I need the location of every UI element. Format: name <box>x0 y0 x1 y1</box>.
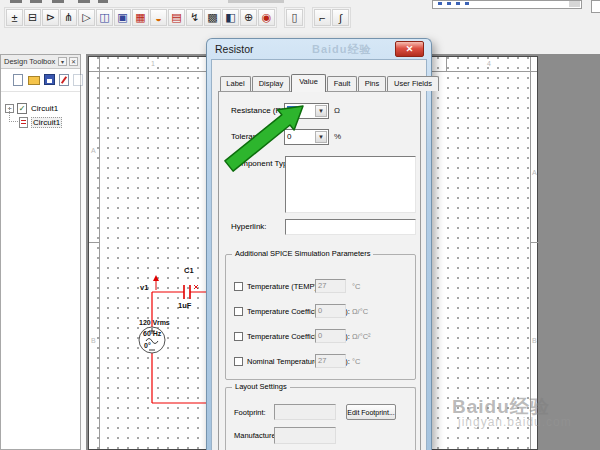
panel-close-button[interactable]: ✕ <box>69 57 78 66</box>
spice-parameters-group: Additional SPICE Simulation Parameters T… <box>225 254 416 380</box>
temperature-unit: °C <box>352 282 360 291</box>
component-type-input[interactable] <box>285 156 416 213</box>
temperature-checkbox[interactable] <box>234 282 243 291</box>
dialog-title: Resistor <box>215 43 254 55</box>
ni-component-icon[interactable]: ▯ <box>286 9 303 26</box>
tab-user-fields[interactable]: User Fields <box>387 76 439 91</box>
open-file-icon[interactable] <box>28 76 40 85</box>
tolerance-unit: % <box>334 132 341 141</box>
tnom-unit: °C <box>352 357 360 366</box>
tree-root-label: Circuit1 <box>31 104 58 113</box>
resistance-combo[interactable]: 1k ▼ <box>284 103 329 119</box>
design-toolbox-panel: Design Toolbox ▾ ✕ − ✓ Circuit1 Circuit1 <box>0 54 81 450</box>
resistance-value: 1k <box>287 106 297 115</box>
zone-label: A <box>532 169 537 176</box>
resistor-dialog: Resistor Baidu经验 ✕ Label Display Value F… <box>206 38 432 450</box>
tab-pins[interactable]: Pins <box>358 76 386 91</box>
hyperlink-label: Hyperlink: <box>231 222 267 231</box>
mixed-icon[interactable]: ◒ <box>150 9 167 26</box>
sheet-check-icon: ✓ <box>17 103 27 114</box>
tolerance-combo[interactable]: 0 ▼ <box>284 129 329 145</box>
chevron-down-icon[interactable]: ▼ <box>315 131 327 143</box>
tc2-checkbox[interactable] <box>234 332 243 341</box>
design-toolbox-titlebar[interactable]: Design Toolbox ▾ ✕ <box>1 55 80 69</box>
zone-label: B <box>91 337 96 344</box>
value-tab-panel: Resistance (R): 1k ▼ Ω Tolerance: 0 ▼ % … <box>218 91 421 450</box>
zone-label: 4 <box>487 60 491 67</box>
tnom-checkbox[interactable] <box>234 357 243 366</box>
component-toolbar-group-ni: ▯ <box>284 7 305 28</box>
layout-group-title: Layout Settings <box>232 382 290 391</box>
tree-item-child[interactable]: Circuit1 <box>1 116 81 129</box>
zone-label: 1 <box>151 60 155 67</box>
schematic-file-icon <box>19 117 28 128</box>
transistor-icon[interactable]: ⋔ <box>60 9 77 26</box>
tc2-unit: Ω/°C² <box>352 332 371 341</box>
tab-display[interactable]: Display <box>252 76 290 91</box>
electromechanical-icon[interactable]: ◉ <box>258 9 275 26</box>
save-icon[interactable] <box>44 74 55 85</box>
tab-fault[interactable]: Fault <box>327 76 357 91</box>
diode-icon[interactable]: ⊳ <box>42 9 59 26</box>
indicator-icon[interactable]: ▤ <box>168 9 185 26</box>
close-file-icon[interactable] <box>59 74 69 86</box>
zone-label: A <box>91 147 96 154</box>
component-toolbar: ± ⊟ ⊳ ⋔ ▷ ◫ ▣ ▦ ◒ ▤ ↯ ▩ ◧ ⊕ ◉ ▯ ⌐ ∫ <box>4 7 351 28</box>
multisim-window: ± ⊟ ⊳ ⋔ ▷ ◫ ▣ ▦ ◒ ▤ ↯ ▩ ◧ ⊕ ◉ ▯ ⌐ ∫ <box>0 0 600 450</box>
hyperlink-input[interactable] <box>285 219 416 235</box>
panel-minimize-button[interactable]: ▾ <box>58 57 67 66</box>
tc1-input: 0 <box>315 304 346 318</box>
tab-value[interactable]: Value <box>291 74 326 92</box>
resistance-label: Resistance (R): <box>231 106 286 115</box>
tc2-input: 0 <box>315 329 346 343</box>
tc1-checkbox[interactable] <box>234 307 243 316</box>
component-toolbar-group-misc: ⌐ ∫ <box>312 7 351 28</box>
dialog-titlebar[interactable]: Resistor Baidu经验 ✕ <box>207 39 431 59</box>
tolerance-label: Tolerance: <box>231 132 268 141</box>
tolerance-value: 0 <box>287 132 291 141</box>
tnom-input: 27 <box>315 354 346 368</box>
advanced-peripherals-icon[interactable]: ◧ <box>222 9 239 26</box>
corner-fragment <box>591 0 600 13</box>
rf-icon[interactable]: ⊕ <box>240 9 257 26</box>
analog-icon[interactable]: ▷ <box>78 9 95 26</box>
tree-child-label: Circuit1 <box>31 117 62 128</box>
footprint-label: Footprint: <box>234 408 266 417</box>
design-toolbox-title: Design Toolbox <box>4 57 55 66</box>
manufacturer-input <box>274 427 336 444</box>
temperature-label: Temperature (TEMP): <box>247 282 319 291</box>
spice-group-title: Additional SPICE Simulation Parameters <box>232 249 373 258</box>
toolbar-row-cutoff <box>0 0 600 5</box>
layout-settings-group: Layout Settings Footprint: Edit Footprin… <box>225 387 416 450</box>
component-toolbar-group-main: ± ⊟ ⊳ ⋔ ▷ ◫ ▣ ▦ ◒ ▤ ↯ ▩ ◧ ⊕ ◉ <box>4 7 277 28</box>
design-toolbox-toolbar <box>1 69 80 92</box>
chevron-down-icon[interactable]: ▼ <box>315 105 327 117</box>
resistance-unit: Ω <box>334 106 340 115</box>
sources-icon[interactable]: ± <box>6 9 23 26</box>
tab-label[interactable]: Label <box>220 76 251 91</box>
misc-digital-icon[interactable]: ▦ <box>132 9 149 26</box>
basic-icon[interactable]: ⊟ <box>24 9 41 26</box>
zone-label: B <box>532 337 537 344</box>
edit-footprint-button[interactable]: Edit Footprint... <box>346 404 396 420</box>
hierarchical-block-icon[interactable]: ⌐ <box>314 9 331 26</box>
dialog-body: Label Display Value Fault Pins User Fiel… <box>211 59 427 450</box>
power-icon[interactable]: ↯ <box>186 9 203 26</box>
cmos-icon[interactable]: ▣ <box>114 9 131 26</box>
watermark-faint: Baidu经验 <box>312 42 372 57</box>
temperature-input: 27 <box>315 279 346 293</box>
print-icon[interactable] <box>73 74 83 86</box>
zoom-combo-fragment[interactable] <box>432 0 582 9</box>
close-icon[interactable]: ✕ <box>395 41 424 57</box>
bus-icon[interactable]: ∫ <box>332 9 349 26</box>
ttl-icon[interactable]: ◫ <box>96 9 113 26</box>
tc1-unit: Ω/°C <box>352 307 368 316</box>
footprint-input <box>274 404 336 420</box>
design-tree: − ✓ Circuit1 Circuit1 <box>1 95 81 435</box>
misc-icon[interactable]: ▩ <box>204 9 221 26</box>
new-schematic-icon[interactable] <box>13 74 23 86</box>
